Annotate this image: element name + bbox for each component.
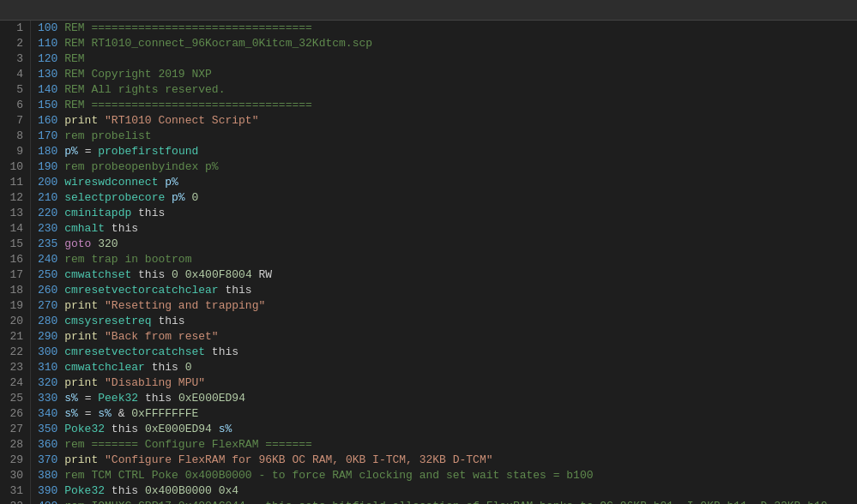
line-number: 28 <box>7 437 23 453</box>
code-line: 270 print "Resetting and trapping" <box>38 298 857 314</box>
code-line: 360 rem ======= Configure FlexRAM ======… <box>38 437 857 453</box>
code-line: 190 rem probeopenbyindex p% <box>38 159 857 175</box>
code-line: 250 cmwatchset this 0 0x400F8004 RW <box>38 267 857 283</box>
code-line: 180 p% = probefirstfound <box>38 144 857 159</box>
code-line: 320 print "Disabling MPU" <box>38 375 857 391</box>
line-number: 11 <box>7 175 23 190</box>
code-line: 100 REM ================================… <box>38 21 857 36</box>
code-line: 290 print "Back from reset" <box>38 329 857 345</box>
line-number: 9 <box>7 144 23 159</box>
code-area: 100 REM ================================… <box>31 21 857 504</box>
code-line: 210 selectprobecore p% 0 <box>38 190 857 206</box>
code-line: 350 Poke32 this 0xE000ED94 s% <box>38 422 857 437</box>
line-number: 19 <box>7 298 23 314</box>
line-number: 4 <box>7 67 23 82</box>
line-number: 10 <box>7 159 23 175</box>
code-line: 230 cmhalt this <box>38 221 857 237</box>
code-line: 140 REM All rights reserved. <box>38 82 857 98</box>
line-number: 21 <box>7 329 23 345</box>
line-number: 7 <box>7 113 23 129</box>
title-bar <box>0 0 857 21</box>
line-number: 30 <box>7 468 23 483</box>
line-number: 20 <box>7 314 23 329</box>
code-line: 390 Poke32 this 0x400B0000 0x4 <box>38 483 857 499</box>
code-line: 300 cmresetvectorcatchset this <box>38 345 857 360</box>
code-line: 330 s% = Peek32 this 0xE000ED94 <box>38 391 857 406</box>
code-line: 200 wireswdconnect p% <box>38 175 857 190</box>
code-line: 370 print "Configure FlexRAM for 96KB OC… <box>38 453 857 468</box>
line-number: 24 <box>7 375 23 391</box>
code-line: 110 REM RT1010_connect_96Kocram_0Kitcm_3… <box>38 36 857 51</box>
code-line: 310 cmwatchclear this 0 <box>38 360 857 375</box>
line-number: 32 <box>7 499 23 504</box>
code-line: 235 goto 320 <box>38 237 857 252</box>
code-line: 170 rem probelist <box>38 129 857 144</box>
code-line: 120 REM <box>38 51 857 67</box>
line-number: 27 <box>7 422 23 437</box>
code-line: 340 s% = s% & 0xFFFFFFFE <box>38 406 857 422</box>
line-number: 15 <box>7 237 23 252</box>
code-line: 380 rem TCM CTRL Poke 0x400B0000 - to fo… <box>38 468 857 483</box>
code-line: 130 REM Copyright 2019 NXP <box>38 67 857 82</box>
line-number: 12 <box>7 190 23 206</box>
line-number: 14 <box>7 221 23 237</box>
line-number: 29 <box>7 453 23 468</box>
line-numbers: 1234567891011121314151617181920212223242… <box>0 21 31 504</box>
line-number: 2 <box>7 36 23 51</box>
line-number: 5 <box>7 82 23 98</box>
line-number: 17 <box>7 267 23 283</box>
line-number: 8 <box>7 129 23 144</box>
line-number: 13 <box>7 206 23 221</box>
line-number: 23 <box>7 360 23 375</box>
code-line: 240 rem trap in bootrom <box>38 252 857 267</box>
code-line: 150 REM ================================… <box>38 98 857 113</box>
code-line: 220 cminitapdp this <box>38 206 857 221</box>
code-line: 400 rem IOMUXC_GPR17 0x400AC044 - this s… <box>38 499 857 504</box>
line-number: 31 <box>7 483 23 499</box>
editor-container: 1234567891011121314151617181920212223242… <box>0 21 857 504</box>
code-line: 280 cmsysresetreq this <box>38 314 857 329</box>
line-number: 18 <box>7 283 23 298</box>
code-line: 260 cmresetvectorcatchclear this <box>38 283 857 298</box>
line-number: 26 <box>7 406 23 422</box>
line-number: 22 <box>7 345 23 360</box>
line-number: 6 <box>7 98 23 113</box>
line-number: 1 <box>7 21 23 36</box>
code-line: 160 print "RT1010 Connect Script" <box>38 113 857 129</box>
line-number: 16 <box>7 252 23 267</box>
line-number: 25 <box>7 391 23 406</box>
line-number: 3 <box>7 51 23 67</box>
